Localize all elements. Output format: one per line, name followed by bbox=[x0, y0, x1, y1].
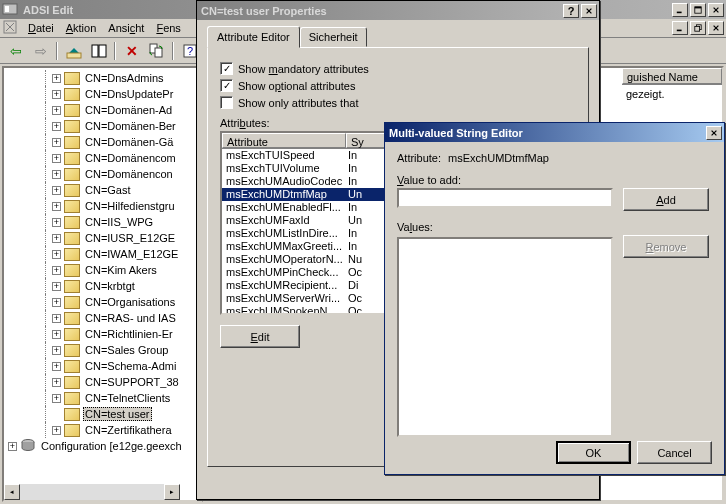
tree-item[interactable]: +CN=SUPPORT_38 bbox=[6, 374, 194, 390]
back-button[interactable]: ⇦ bbox=[4, 40, 27, 62]
attr-syntax: In bbox=[348, 240, 357, 253]
multi-close-button[interactable] bbox=[706, 126, 722, 140]
folder-icon bbox=[64, 280, 80, 293]
tree-expander[interactable]: + bbox=[52, 298, 61, 307]
ok-button[interactable]: OK bbox=[556, 441, 631, 464]
tree-expander[interactable]: + bbox=[52, 266, 61, 275]
menu-datei[interactable]: Datei bbox=[22, 20, 60, 36]
values-listbox[interactable] bbox=[397, 237, 613, 437]
attr-col-syntax[interactable]: Sy bbox=[346, 133, 386, 148]
chk-optional[interactable] bbox=[220, 79, 233, 92]
tree-label: CN=Domänen-Ber bbox=[83, 120, 178, 132]
tree-expander[interactable]: + bbox=[52, 362, 61, 371]
folder-icon bbox=[64, 360, 80, 373]
tree-item[interactable]: +CN=IIS_WPG bbox=[6, 214, 194, 230]
attr-col-attribute[interactable]: Attribute bbox=[222, 133, 346, 148]
tree-item[interactable]: +CN=RAS- und IAS bbox=[6, 310, 194, 326]
tree-expander[interactable]: + bbox=[52, 394, 61, 403]
tree-expander[interactable]: + bbox=[52, 138, 61, 147]
tree-expander[interactable]: + bbox=[52, 186, 61, 195]
tree-expander[interactable]: + bbox=[52, 250, 61, 259]
attr-syntax: In bbox=[348, 227, 357, 240]
tree-expander[interactable]: + bbox=[52, 170, 61, 179]
props-titlebar[interactable]: CN=test user Properties ? bbox=[197, 1, 599, 20]
tree-item[interactable]: +CN=test user bbox=[6, 406, 194, 422]
tree-expander[interactable]: + bbox=[8, 442, 17, 451]
folder-icon bbox=[64, 120, 80, 133]
tree-item[interactable]: +CN=Domänen-Ad bbox=[6, 102, 194, 118]
folder-icon bbox=[64, 264, 80, 277]
chk-mandatory-row[interactable]: Show mandatory attributes bbox=[220, 62, 576, 75]
list-column-dn[interactable]: guished Name bbox=[622, 68, 722, 84]
tree-expander[interactable]: + bbox=[52, 122, 61, 131]
cancel-button[interactable]: Cancel bbox=[637, 441, 712, 464]
tree-expander[interactable]: + bbox=[52, 426, 61, 435]
tree-expander[interactable]: + bbox=[52, 90, 61, 99]
menu-fenster[interactable]: Fens bbox=[150, 20, 186, 36]
tree-item[interactable]: +CN=Organisations bbox=[6, 294, 194, 310]
attr-syntax: Di bbox=[348, 279, 358, 292]
edit-button[interactable]: Edit bbox=[220, 325, 300, 348]
scroll-left-button[interactable]: ◂ bbox=[4, 484, 20, 500]
tree-expander[interactable]: + bbox=[52, 234, 61, 243]
scroll-right-button[interactable]: ▸ bbox=[164, 484, 180, 500]
tree-item[interactable]: +CN=Kim Akers bbox=[6, 262, 194, 278]
tree-expander[interactable]: + bbox=[52, 74, 61, 83]
tree-expander[interactable]: + bbox=[52, 106, 61, 115]
tree-item[interactable]: +CN=Sales Group bbox=[6, 342, 194, 358]
tree-item[interactable]: +CN=IUSR_E12GE bbox=[6, 230, 194, 246]
tree-expander[interactable]: + bbox=[52, 202, 61, 211]
tree-item[interactable]: +CN=Domänencon bbox=[6, 166, 194, 182]
delete-button[interactable]: ✕ bbox=[120, 40, 143, 62]
chk-only-row[interactable]: Show only attributes that bbox=[220, 96, 576, 109]
chk-optional-row[interactable]: Show optional attributes bbox=[220, 79, 576, 92]
tree-panel[interactable]: +CN=DnsAdmins+CN=DnsUpdatePr+CN=Domänen-… bbox=[2, 66, 198, 502]
tree-item[interactable]: +CN=Schema-Admi bbox=[6, 358, 194, 374]
add-button[interactable]: Add bbox=[623, 188, 709, 211]
mdi-close-button[interactable] bbox=[708, 21, 724, 35]
tab-attribute-editor[interactable]: Attribute Editor bbox=[207, 26, 300, 48]
tree-h-scrollbar[interactable]: ◂ ▸ bbox=[4, 484, 180, 500]
tree-item[interactable]: +CN=TelnetClients bbox=[6, 390, 194, 406]
menu-ansicht[interactable]: Ansicht bbox=[102, 20, 150, 36]
props-help-button[interactable]: ? bbox=[563, 4, 579, 18]
chk-only[interactable] bbox=[220, 96, 233, 109]
tree-item-config[interactable]: +Configuration [e12ge.geexch bbox=[6, 438, 194, 454]
chk-mandatory[interactable] bbox=[220, 62, 233, 75]
folder-icon bbox=[64, 248, 80, 261]
tree-item[interactable]: +CN=Domänen-Ber bbox=[6, 118, 194, 134]
mdi-minimize-button[interactable] bbox=[672, 21, 688, 35]
tree-expander[interactable]: + bbox=[52, 330, 61, 339]
tree-expander[interactable]: + bbox=[52, 154, 61, 163]
show-hide-button[interactable] bbox=[87, 40, 110, 62]
maximize-button[interactable] bbox=[690, 3, 706, 17]
value-to-add-input[interactable] bbox=[397, 188, 613, 208]
tree-item[interactable]: +CN=DnsUpdatePr bbox=[6, 86, 194, 102]
tree-expander[interactable]: + bbox=[52, 282, 61, 291]
refresh-button[interactable] bbox=[145, 40, 168, 62]
tree-item[interactable]: +CN=DnsAdmins bbox=[6, 70, 194, 86]
tab-sicherheit[interactable]: Sicherheit bbox=[300, 27, 367, 47]
svg-text:?: ? bbox=[186, 45, 192, 57]
tree-expander[interactable]: + bbox=[52, 218, 61, 227]
tree-item[interactable]: +CN=Richtlinien-Er bbox=[6, 326, 194, 342]
attr-syntax: Oc bbox=[348, 266, 362, 279]
tree-expander[interactable]: + bbox=[52, 314, 61, 323]
tree-item[interactable]: +CN=krbtgt bbox=[6, 278, 194, 294]
minimize-button[interactable] bbox=[672, 3, 688, 17]
close-button[interactable] bbox=[708, 3, 724, 17]
tree-item[interactable]: +CN=Zertifikathera bbox=[6, 422, 194, 438]
props-close-button[interactable] bbox=[581, 4, 597, 18]
mdi-restore-button[interactable] bbox=[690, 21, 706, 35]
tree-item[interactable]: +CN=IWAM_E12GE bbox=[6, 246, 194, 262]
up-button[interactable] bbox=[62, 40, 85, 62]
multi-titlebar[interactable]: Multi-valued String Editor bbox=[385, 123, 724, 142]
tree-item[interactable]: +CN=Domänencom bbox=[6, 150, 194, 166]
tree-expander[interactable]: + bbox=[52, 378, 61, 387]
tree-item[interactable]: +CN=Domänen-Gä bbox=[6, 134, 194, 150]
attr-name: msExchUMDtmfMap bbox=[226, 188, 348, 201]
tree-item[interactable]: +CN=Gast bbox=[6, 182, 194, 198]
tree-expander[interactable]: + bbox=[52, 346, 61, 355]
menu-aktion[interactable]: Aktion bbox=[60, 20, 103, 36]
tree-item[interactable]: +CN=Hilfedienstgru bbox=[6, 198, 194, 214]
